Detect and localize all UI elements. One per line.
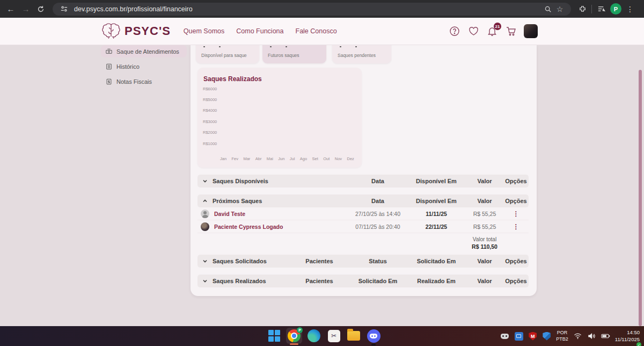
brand[interactable]: PSYC'S — [102, 23, 171, 40]
col-solicitado-em: Solicitado Em — [407, 258, 466, 264]
x-tick: Set — [312, 156, 318, 161]
card-label: Futuros saques — [268, 53, 299, 58]
cell-valor: R$ 55,25 — [466, 224, 503, 230]
col-realizado-em: Realizado Em — [407, 278, 466, 284]
chevron-up-icon[interactable] — [202, 198, 208, 204]
card-disponivel-para-saque[interactable]: Disponível para saque — [196, 45, 259, 63]
nav-fale-conosco[interactable]: Fale Conosco — [296, 27, 337, 35]
clipped-value-fragment — [270, 46, 287, 47]
financeiro-panel: Disponível para saque Futuros saques Saq… — [191, 45, 537, 296]
col-disponivel-em: Disponível Em — [407, 198, 466, 204]
cart-icon[interactable] — [505, 25, 517, 37]
sidebar-item-saque-de-atendimentos[interactable]: Saque de Atendimentos — [101, 45, 187, 57]
file-explorer-taskbar-icon[interactable] — [346, 328, 362, 344]
windows-logo-icon — [268, 330, 280, 342]
discord-icon — [367, 329, 380, 343]
col-solicitado-em: Solicitado Em — [349, 278, 407, 284]
chevron-down-icon[interactable] — [202, 178, 208, 184]
table-row[interactable]: Paciente Cypress Logado 07/11/25 às 20:4… — [197, 220, 529, 233]
clock[interactable]: 14:50 11/11/2025 — [615, 329, 640, 343]
section-header-saques-solicitados[interactable]: Saques Solicitados Pacientes Status Soli… — [197, 255, 529, 268]
brand-name[interactable]: PSYC'S — [125, 24, 171, 38]
discord-tray-icon[interactable] — [500, 331, 509, 341]
nav-quem-somos[interactable]: Quem Somos — [184, 27, 224, 35]
section-title: Saques Realizados — [213, 278, 266, 284]
table-row[interactable]: David Teste 27/10/25 às 14:40 11/11/25 R… — [197, 207, 529, 220]
y-tick: R$6000 — [203, 86, 217, 91]
x-tick: Mar — [243, 156, 250, 161]
x-tick: Dez — [347, 156, 354, 161]
y-tick: R$4000 — [203, 108, 217, 113]
start-button[interactable] — [266, 328, 282, 344]
x-tick: Jan — [220, 156, 226, 161]
col-opcoes: Opções — [503, 258, 529, 264]
col-data: Data — [349, 198, 407, 204]
col-status: Status — [349, 258, 407, 264]
windows-security-tray-icon[interactable]: ✓ — [542, 331, 551, 341]
row-options-icon[interactable]: ⋮ — [503, 210, 529, 218]
row-options-icon[interactable]: ⋮ — [503, 223, 529, 230]
browser-menu-icon[interactable]: ⋮ — [625, 5, 635, 13]
favorites-heart-icon[interactable] — [467, 25, 479, 37]
volume-icon[interactable] — [587, 331, 596, 341]
zoom-icon[interactable] — [542, 3, 554, 15]
site-header: PSYC'S Quem Somos Como Funciona Fale Con… — [0, 18, 644, 45]
sidebar-item-notas-fiscais[interactable]: Notas Fiscais — [101, 75, 187, 88]
col-pacientes: Pacientes — [290, 258, 349, 264]
extensions-icon[interactable] — [576, 3, 588, 15]
notifications-bell-icon[interactable]: 21 — [486, 25, 498, 37]
wifi-icon[interactable] — [573, 331, 582, 341]
withdraw-icon — [105, 48, 112, 55]
chrome-profile-badge: P — [297, 327, 303, 333]
patient-name[interactable]: David Teste — [214, 211, 245, 217]
url-text[interactable]: dev.psycs.com.br/profissional/financeiro — [74, 5, 542, 13]
section-header-saques-disponiveis[interactable]: Saques Disponíveis Data Disponível Em Va… — [197, 175, 529, 188]
main-nav: Quem Somos Como Funciona Fale Conosco — [184, 27, 337, 35]
nav-como-funciona[interactable]: Como Funciona — [236, 27, 283, 35]
reading-list-icon[interactable] — [595, 3, 607, 15]
taskbar-apps: P ✂ — [266, 328, 382, 344]
user-avatar[interactable] — [524, 24, 538, 38]
invoice-icon — [105, 78, 112, 85]
x-tick: Abr — [255, 156, 262, 161]
browser-actions: P ⋮ — [576, 3, 635, 15]
language-indicator[interactable]: POR PTB2 — [556, 330, 568, 342]
edge-taskbar-icon[interactable] — [306, 328, 322, 344]
back-icon[interactable]: ← — [3, 2, 18, 16]
help-icon[interactable] — [449, 25, 460, 37]
browser-profile-avatar[interactable]: P — [610, 3, 621, 15]
col-opcoes: Opções — [503, 178, 529, 184]
patient-avatar — [201, 222, 209, 231]
x-tick: Nov — [335, 156, 342, 161]
bookmark-star-icon[interactable]: ☆ — [554, 3, 566, 15]
reload-icon[interactable] — [33, 2, 48, 16]
chevron-down-icon[interactable] — [202, 258, 208, 264]
discord-taskbar-icon[interactable] — [365, 328, 382, 344]
battery-icon[interactable] — [601, 331, 610, 341]
x-axis: Jan Fev Mar Abr Mai Jun Jul Ago Set Out … — [220, 156, 354, 161]
section-header-proximos-saques[interactable]: Próximos Saques Data Disponível Em Valor… — [197, 194, 529, 207]
scissors-icon: ✂ — [328, 330, 340, 342]
patient-name[interactable]: Paciente Cypress Logado — [214, 224, 283, 230]
mcafee-tray-icon[interactable]: M — [528, 331, 537, 341]
address-bar[interactable]: dev.psycs.com.br/profissional/financeiro… — [53, 3, 571, 16]
x-tick: Ago — [300, 156, 307, 161]
card-saques-pendentes[interactable]: Saques pendentes — [332, 45, 391, 63]
sidebar-item-label: Histórico — [116, 63, 140, 70]
chevron-down-icon[interactable] — [202, 278, 208, 284]
col-opcoes: Opções — [503, 278, 529, 284]
site-settings-icon[interactable] — [58, 3, 70, 15]
x-tick: Mai — [267, 156, 273, 161]
chrome-taskbar-icon[interactable]: P — [286, 328, 302, 344]
folder-icon — [347, 331, 360, 341]
forward-icon[interactable]: → — [18, 2, 33, 16]
snipping-tool-taskbar-icon[interactable]: ✂ — [326, 328, 342, 344]
col-data: Data — [349, 178, 407, 184]
card-futuros-saques[interactable]: Futuros saques — [262, 45, 326, 63]
page-scrollbar[interactable] — [639, 70, 642, 326]
section-header-saques-realizados[interactable]: Saques Realizados Pacientes Solicitado E… — [197, 275, 529, 287]
sidebar-item-historico[interactable]: Histórico — [101, 60, 187, 73]
language-line1: POR — [556, 330, 568, 336]
remote-desktop-tray-icon[interactable] — [514, 331, 523, 341]
section-proximos-saques: Próximos Saques Data Disponível Em Valor… — [197, 194, 529, 233]
